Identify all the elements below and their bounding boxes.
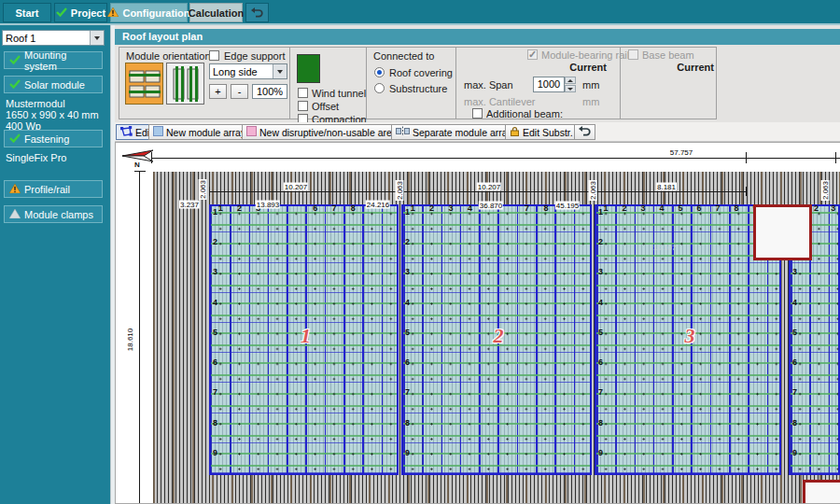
new-module-array-button[interactable]: New module array (148, 124, 250, 140)
max-span-unit: mm (582, 79, 599, 91)
tab-label: Project (71, 7, 105, 19)
row-number: 4 (213, 298, 217, 307)
max-span-field[interactable]: 1000 (533, 77, 565, 92)
tab-configuration[interactable]: Configuration (110, 3, 188, 22)
dimension-line (134, 171, 146, 172)
dimension-line (139, 171, 140, 503)
north-arrow-icon: N (121, 148, 155, 165)
portrait-modules-icon (170, 66, 202, 102)
column-number: 3 (640, 203, 645, 213)
edit-substr-button[interactable]: Edit Substr. (505, 124, 578, 140)
row-number: 9 (405, 448, 410, 457)
warning-gray-icon (9, 209, 21, 220)
row-number: 7 (598, 387, 603, 397)
row-number: 3 (598, 267, 603, 276)
sidebar-item-profile-rail[interactable]: Profile/rail (4, 180, 103, 198)
page-title: Roof layout plan (115, 29, 840, 45)
module-array-2[interactable]: 1234781234567892 (401, 204, 592, 475)
roof-canvas[interactable]: N 12367812345678911234781234567892123456… (115, 142, 840, 504)
non-usable-area[interactable] (803, 480, 840, 504)
column-number: 2 (429, 203, 434, 213)
module-color-swatch[interactable] (297, 54, 320, 83)
additional-beam-label: Additional beam: (486, 108, 563, 119)
zoom-in-button[interactable]: + (209, 84, 227, 99)
spinner-up-button[interactable] (565, 77, 576, 84)
column-number: 2 (622, 203, 626, 213)
column-number: 1 (603, 203, 608, 213)
separate-module-array-button[interactable]: Separate module array (391, 124, 517, 140)
chevron-down-icon[interactable] (90, 31, 104, 45)
lock-icon (510, 126, 520, 138)
row-number: 6 (598, 357, 603, 367)
column-number: 2 (237, 203, 242, 213)
edge-support-checkbox[interactable] (209, 50, 219, 61)
row-number: 9 (598, 448, 603, 457)
zoom-out-button[interactable]: - (231, 84, 248, 99)
row-number: 5 (792, 328, 797, 337)
column-number: 3 (448, 203, 453, 213)
tab-start[interactable]: Start (3, 3, 51, 22)
dimension-label: 45.195 (555, 202, 580, 210)
row-number: 8 (792, 418, 797, 427)
tab-project[interactable]: Project (54, 3, 107, 22)
toolbar-button-label: Edit Substr. (523, 127, 573, 138)
roof-covering-label: Roof covering (389, 67, 453, 78)
additional-beam-checkbox[interactable] (472, 108, 483, 119)
dimension-label: 57.757 (669, 148, 693, 157)
column-number: 8 (351, 203, 356, 213)
sidebar-item-fastening[interactable]: Fastening (4, 130, 103, 147)
warning-icon (107, 7, 119, 19)
dimension-line (401, 191, 592, 192)
separate-icon (396, 126, 410, 138)
dimension-label: 13.893 (256, 201, 280, 209)
landscape-modules-icon (129, 66, 161, 102)
sidebar-item-mounting-system[interactable]: Mounting system (4, 51, 103, 69)
substructure-radio[interactable] (374, 83, 385, 93)
sidebar-item-label: Profile/rail (24, 184, 70, 195)
spinner-down-button[interactable] (565, 85, 576, 92)
toolbar-button-label: New disruptive/non-usable area (259, 127, 398, 138)
orientation-side-select[interactable]: Long side (209, 63, 287, 79)
offset-checkbox[interactable] (298, 101, 308, 111)
column-number: 7 (715, 203, 720, 213)
wind-tunnel-checkbox[interactable] (298, 88, 308, 98)
check-icon (9, 55, 21, 66)
base-current-label: Current (645, 62, 714, 73)
column-number: 8 (543, 203, 548, 213)
column-number: 7 (525, 203, 529, 213)
array-number-label: 2 (494, 324, 504, 348)
dimension-label: 10.207 (284, 183, 308, 191)
edit-toolbar: EditNew module arrayNew disruptive/non-u… (115, 122, 840, 142)
row-number: 6 (792, 357, 797, 367)
dimension-label: 8.181 (656, 183, 677, 191)
sidebar-item-solar-module[interactable]: Solar module (4, 76, 103, 93)
orientation-landscape-button[interactable] (125, 63, 163, 105)
undo-small-button[interactable] (574, 124, 595, 140)
sidebar-splitter[interactable] (110, 25, 115, 504)
sidebar-item-label: Mounting system (24, 49, 102, 72)
column-number: 8 (734, 203, 738, 213)
module-array-1[interactable]: 1236781234567891 (209, 204, 399, 475)
zoom-level-field[interactable]: 100% (252, 84, 287, 99)
orientation-portrait-button[interactable] (166, 63, 204, 105)
row-number: 5 (598, 328, 603, 337)
dimension-label: 2.063 (199, 179, 207, 200)
row-number: 8 (598, 418, 603, 427)
tab-calculation[interactable]: Calculation (189, 3, 243, 22)
base-beam-label: Base beam (642, 49, 694, 61)
new-disruptive-non-usable-area-button[interactable]: New disruptive/non-usable area (242, 124, 402, 140)
undo-button[interactable] (245, 3, 269, 22)
sidebar: Roof 1 Mounting systemSolar moduleMuster… (0, 25, 110, 504)
non-usable-area[interactable] (753, 204, 812, 260)
chevron-down-icon[interactable] (273, 64, 287, 78)
dimension-line (595, 191, 747, 192)
dimension-line (151, 158, 840, 159)
substructure-label: Substructure (389, 83, 447, 94)
rail-current-label: Current (539, 62, 607, 73)
sidebar-item-module-clamps[interactable]: Module clamps (4, 205, 103, 223)
config-groupbox: Module orientation Edge support (119, 47, 717, 119)
dimension-line (746, 152, 747, 163)
roof-select[interactable]: Roof 1 (2, 30, 105, 46)
roof-covering-radio[interactable] (374, 67, 385, 77)
sidebar-item-label: Module clamps (24, 209, 93, 220)
